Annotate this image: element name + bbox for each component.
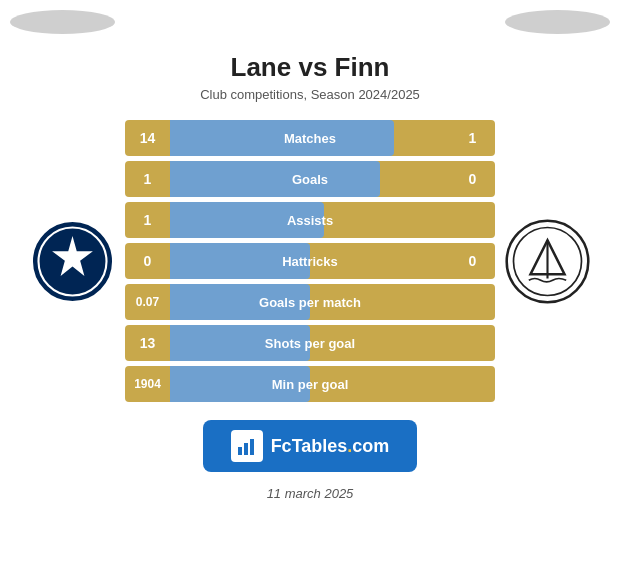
- stat-bar-spg: Shots per goal: [170, 325, 450, 361]
- page-title: Lane vs Finn: [231, 52, 390, 83]
- stat-right-hattricks: 0: [450, 253, 495, 269]
- stat-left-matches: 14: [125, 130, 170, 146]
- stat-bar-goals: Goals: [170, 161, 450, 197]
- stat-label-spg: Shots per goal: [170, 336, 450, 351]
- svg-rect-7: [244, 443, 248, 455]
- stat-row-assists: 1 Assists: [125, 202, 495, 238]
- subtitle: Club competitions, Season 2024/2025: [200, 87, 420, 102]
- stat-bar-matches: Matches: [170, 120, 450, 156]
- fctables-icon: [231, 430, 263, 462]
- stat-bar-gpm: Goals per match: [170, 284, 450, 320]
- stat-label-assists: Assists: [170, 213, 450, 228]
- stat-label-gpm: Goals per match: [170, 295, 450, 310]
- date-footer: 11 march 2025: [267, 486, 354, 501]
- right-club-logo: [500, 219, 595, 304]
- stat-left-spg: 13: [125, 335, 170, 351]
- stat-left-gpm: 0.07: [125, 295, 170, 309]
- stat-left-goals: 1: [125, 171, 170, 187]
- stat-label-mpg: Min per goal: [170, 377, 450, 392]
- stat-row-shots-per-goal: 13 Shots per goal: [125, 325, 495, 361]
- svg-rect-8: [250, 439, 254, 455]
- stat-row-goals-per-match: 0.07 Goals per match: [125, 284, 495, 320]
- stat-left-mpg: 1904: [125, 377, 170, 391]
- left-oval-decoration: [10, 10, 115, 34]
- left-club-logo: [25, 219, 120, 304]
- stat-left-hattricks: 0: [125, 253, 170, 269]
- fctables-label: FcTables.com: [271, 436, 390, 457]
- stat-row-matches: 14 Matches 1: [125, 120, 495, 156]
- stat-row-hattricks: 0 Hattricks 0: [125, 243, 495, 279]
- svg-rect-9: [238, 447, 242, 455]
- stat-right-matches: 1: [450, 130, 495, 146]
- stat-label-goals: Goals: [170, 172, 450, 187]
- stat-label-matches: Matches: [170, 131, 450, 146]
- stats-container: 14 Matches 1 1 Goals 0 1 Assists: [125, 120, 495, 402]
- stat-bar-assists: Assists: [170, 202, 450, 238]
- fctables-banner[interactable]: FcTables.com: [203, 420, 418, 472]
- stat-left-assists: 1: [125, 212, 170, 228]
- stat-right-goals: 0: [450, 171, 495, 187]
- stat-bar-mpg: Min per goal: [170, 366, 450, 402]
- stat-row-min-per-goal: 1904 Min per goal: [125, 366, 495, 402]
- stat-row-goals: 1 Goals 0: [125, 161, 495, 197]
- stat-bar-hattricks: Hattricks: [170, 243, 450, 279]
- stat-label-hattricks: Hattricks: [170, 254, 450, 269]
- right-oval-decoration: [505, 10, 610, 34]
